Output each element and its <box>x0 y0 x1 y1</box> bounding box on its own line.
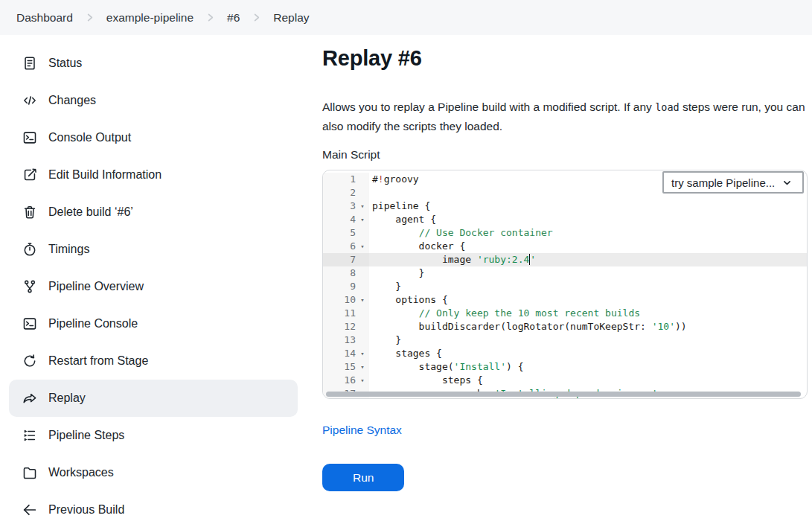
breadcrumb-item-pipeline[interactable]: example-pipeline <box>102 8 198 28</box>
chevron-right-icon <box>251 12 262 23</box>
sidebar-item-label: Timings <box>48 243 89 256</box>
gutter-cell: 2 <box>323 186 369 199</box>
line-number: 1 <box>323 173 356 186</box>
sidebar-item-console-output[interactable]: Console Output <box>9 119 298 156</box>
gutter-cell: 6▾ <box>323 240 369 253</box>
sidebar-item-workspaces[interactable]: Workspaces <box>9 454 298 491</box>
sidebar-item-label: Previous Build <box>48 503 124 517</box>
sidebar-item-pipeline-steps[interactable]: Pipeline Steps <box>9 417 298 454</box>
gutter-cell: 7 <box>323 253 369 266</box>
sidebar-item-timings[interactable]: Timings <box>9 231 298 268</box>
steps-list-icon <box>22 427 38 444</box>
gutter-cell: 12 <box>323 320 369 333</box>
code-line: 10▾ options { <box>323 293 807 307</box>
fold-arrow-icon <box>356 173 369 186</box>
chevron-right-icon <box>205 12 216 23</box>
line-number: 3 <box>323 199 356 213</box>
horizontal-scrollbar[interactable] <box>326 392 801 397</box>
breadcrumb-item-dashboard[interactable]: Dashboard <box>12 8 77 28</box>
fold-arrow-icon[interactable]: ▾ <box>356 199 369 213</box>
fold-arrow-icon <box>356 186 369 199</box>
code-text: steps { <box>369 374 807 387</box>
chevron-right-icon <box>84 12 95 23</box>
sidebar-item-label: Console Output <box>48 131 131 144</box>
gutter-cell: 13 <box>323 333 369 347</box>
sample-pipeline-select-value: try sample Pipeline... <box>671 176 775 189</box>
run-button[interactable]: Run <box>322 464 404 491</box>
line-number: 5 <box>323 226 356 240</box>
edit-icon <box>22 167 38 183</box>
code-text: } <box>369 266 807 280</box>
code-editor[interactable]: try sample Pipeline... 1#!groovy23▾pipel… <box>322 170 808 399</box>
chevron-down-icon <box>782 178 792 188</box>
line-number: 16 <box>323 374 356 387</box>
gutter-cell: 10▾ <box>323 293 369 307</box>
fold-arrow-icon[interactable]: ▾ <box>356 347 369 360</box>
code-text: options { <box>369 293 807 307</box>
fold-arrow-icon[interactable]: ▾ <box>356 360 369 374</box>
breadcrumb-item-replay[interactable]: Replay <box>269 8 313 28</box>
fold-arrow-icon[interactable]: ▾ <box>356 293 369 307</box>
sidebar-item-pipeline-console[interactable]: Pipeline Console <box>9 305 298 342</box>
line-number: 12 <box>323 320 356 333</box>
sidebar-item-label: Delete build ‘#6’ <box>48 205 133 219</box>
fold-arrow-icon <box>356 266 369 280</box>
line-number: 8 <box>323 266 356 280</box>
code-line: 14▾ stages { <box>323 347 807 360</box>
sidebar-item-edit-build-information[interactable]: Edit Build Information <box>9 156 298 194</box>
line-number: 9 <box>323 280 356 293</box>
inline-code-load: load <box>655 101 680 113</box>
code-text: stages { <box>369 347 807 360</box>
sidebar-item-label: Status <box>48 57 82 70</box>
sidebar-item-label: Replay <box>48 392 86 405</box>
pipeline-syntax-link[interactable]: Pipeline Syntax <box>322 424 402 437</box>
code-text: image 'ruby:2.4' <box>369 253 807 266</box>
code-text: stage('Install') { <box>369 360 807 374</box>
code-line: 3▾pipeline { <box>323 199 807 213</box>
code-area[interactable]: 1#!groovy23▾pipeline {4▾ agent {5 // Use… <box>323 170 807 399</box>
gutter-cell: 16▾ <box>323 374 369 387</box>
gutter-cell: 11 <box>323 307 369 320</box>
arrow-left-icon <box>22 502 38 518</box>
gutter-cell: 4▾ <box>323 213 369 226</box>
fold-arrow-icon[interactable]: ▾ <box>356 374 369 387</box>
line-number: 15 <box>323 360 356 374</box>
sidebar-item-label: Pipeline Steps <box>48 429 124 442</box>
page-title: Replay #6 <box>322 46 812 71</box>
line-number: 10 <box>323 293 356 307</box>
git-branch-icon <box>22 278 38 295</box>
sidebar: Status Changes Console Output Edit Build… <box>0 35 307 527</box>
code-text: agent { <box>369 213 807 226</box>
trash-icon <box>22 204 38 220</box>
description-text: Allows you to replay a Pipeline build wi… <box>322 100 655 113</box>
description: Allows you to replay a Pipeline build wi… <box>322 98 810 135</box>
sidebar-item-label: Restart from Stage <box>48 354 148 368</box>
sidebar-item-label: Edit Build Information <box>48 168 162 182</box>
sidebar-item-pipeline-overview[interactable]: Pipeline Overview <box>9 268 298 305</box>
stopwatch-icon <box>22 241 38 258</box>
sidebar-item-replay[interactable]: Replay <box>9 380 298 417</box>
sidebar-item-delete-build[interactable]: Delete build ‘#6’ <box>9 194 298 231</box>
sidebar-item-previous-build[interactable]: Previous Build <box>9 491 298 527</box>
main-script-label: Main Script <box>322 148 812 162</box>
fold-arrow-icon[interactable]: ▾ <box>356 213 369 226</box>
fold-arrow-icon[interactable]: ▾ <box>356 240 369 253</box>
sidebar-item-status[interactable]: Status <box>9 45 298 82</box>
line-number: 14 <box>323 347 356 360</box>
fold-arrow-icon <box>356 253 369 266</box>
gutter-cell: 8 <box>323 266 369 280</box>
breadcrumb-item-build[interactable]: #6 <box>223 8 244 28</box>
gutter-cell: 1 <box>323 173 369 186</box>
code-line: 12 buildDiscarder(logRotator(numToKeepSt… <box>323 320 807 333</box>
sidebar-item-restart-from-stage[interactable]: Restart from Stage <box>9 342 298 380</box>
fold-arrow-icon <box>356 226 369 240</box>
terminal-icon <box>22 130 38 146</box>
sample-pipeline-select[interactable]: try sample Pipeline... <box>662 171 804 194</box>
gutter-cell: 9 <box>323 280 369 293</box>
line-number: 13 <box>323 333 356 347</box>
code-line: 9 } <box>323 280 807 293</box>
fold-arrow-icon <box>356 307 369 320</box>
code-text: docker { <box>369 240 807 253</box>
code-line: 16▾ steps { <box>323 374 807 387</box>
sidebar-item-changes[interactable]: Changes <box>9 82 298 119</box>
